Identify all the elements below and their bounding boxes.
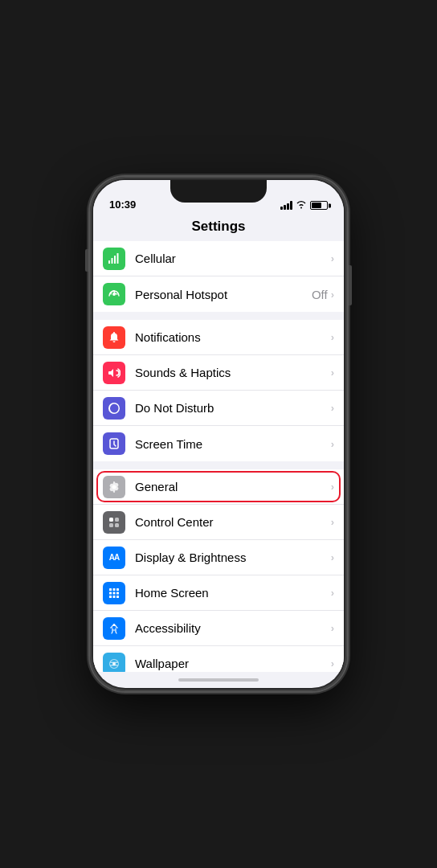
display-chevron: › [331, 551, 334, 563]
sidebar-item-home-screen[interactable]: Home Screen › [93, 575, 344, 611]
screentime-chevron: › [331, 438, 334, 450]
signal-icon [280, 201, 292, 210]
svg-rect-11 [109, 588, 112, 591]
homescreen-label: Home Screen [135, 586, 331, 600]
hotspot-chevron: › [331, 289, 334, 301]
page-title: Settings [191, 219, 245, 234]
svg-rect-10 [115, 523, 119, 527]
svg-rect-18 [113, 596, 116, 598]
general-chevron: › [331, 481, 334, 493]
sidebar-item-display[interactable]: AA Display & Brightness › [93, 540, 344, 575]
svg-rect-1 [112, 258, 113, 264]
accessibility-icon [103, 617, 125, 640]
sidebar-item-sounds[interactable]: Sounds & Haptics › [93, 355, 344, 391]
home-indicator [178, 678, 259, 682]
battery-fill [312, 203, 321, 208]
wallpaper-chevron: › [331, 657, 334, 669]
wallpaper-label: Wallpaper [135, 657, 331, 670]
hotspot-value: Off [312, 288, 328, 301]
screentime-icon [103, 432, 125, 455]
notch [170, 180, 267, 203]
sidebar-item-dnd[interactable]: Do Not Disturb › [93, 391, 344, 426]
homescreen-icon [103, 582, 125, 604]
dnd-chevron: › [331, 402, 334, 414]
notifications-chevron: › [331, 331, 334, 343]
svg-rect-16 [116, 592, 119, 594]
svg-rect-14 [109, 592, 112, 594]
notifications-icon [103, 326, 125, 349]
svg-rect-13 [116, 588, 119, 591]
svg-rect-7 [109, 518, 113, 522]
display-icon: AA [103, 547, 125, 569]
hotspot-icon [103, 283, 125, 305]
status-bar: 10:39 [93, 180, 344, 215]
sidebar-item-general[interactable]: General › [93, 469, 344, 505]
hotspot-label: Personal Hotspot [135, 288, 312, 301]
cellular-chevron: › [331, 252, 334, 264]
general-icon [103, 476, 125, 498]
home-bar [93, 672, 344, 688]
sidebar-item-cellular[interactable]: Cellular › [93, 241, 344, 276]
accessibility-chevron: › [331, 622, 334, 634]
svg-rect-17 [109, 596, 112, 598]
notifications-label: Notifications [135, 330, 331, 344]
group-general: General › Control Center › [93, 469, 344, 672]
svg-rect-8 [115, 518, 119, 522]
sidebar-item-screen-time[interactable]: Screen Time › [93, 426, 344, 461]
phone-frame: 10:39 [90, 177, 347, 691]
svg-rect-12 [113, 588, 116, 591]
sidebar-item-wallpaper[interactable]: Wallpaper › [93, 646, 344, 672]
svg-rect-9 [109, 523, 113, 527]
dnd-label: Do Not Disturb [135, 401, 331, 415]
sidebar-item-accessibility[interactable]: Accessibility › [93, 611, 344, 646]
display-label: Display & Brightness [135, 551, 331, 564]
phone-screen: 10:39 [93, 180, 344, 688]
dnd-icon [103, 397, 125, 420]
accessibility-label: Accessibility [135, 621, 331, 635]
sounds-label: Sounds & Haptics [135, 366, 331, 379]
status-time: 10:39 [109, 199, 136, 211]
homescreen-chevron: › [331, 587, 334, 599]
svg-rect-19 [116, 596, 119, 598]
svg-rect-3 [117, 253, 119, 264]
general-label: General [135, 480, 331, 493]
screentime-label: Screen Time [135, 437, 331, 451]
settings-scroll-area[interactable]: Cellular › Personal Hotspot O [93, 241, 344, 672]
control-center-chevron: › [331, 516, 334, 528]
status-icons [280, 200, 328, 211]
battery-icon [310, 201, 328, 210]
sidebar-item-control-center[interactable]: Control Center › [93, 505, 344, 540]
sounds-chevron: › [331, 366, 334, 379]
control-center-icon [103, 511, 125, 534]
sidebar-item-notifications[interactable]: Notifications › [93, 320, 344, 355]
svg-rect-15 [113, 592, 116, 594]
svg-rect-2 [114, 256, 116, 264]
cellular-icon [103, 248, 125, 270]
group-notifications: Notifications › Sounds & Haptics › [93, 320, 344, 461]
sidebar-item-personal-hotspot[interactable]: Personal Hotspot Off › [93, 276, 344, 312]
svg-rect-0 [108, 260, 110, 264]
svg-point-23 [112, 662, 116, 665]
wallpaper-icon [103, 653, 125, 673]
wifi-icon [296, 200, 307, 211]
control-center-label: Control Center [135, 515, 331, 529]
cellular-label: Cellular [135, 252, 331, 265]
group-cellular: Cellular › Personal Hotspot O [93, 241, 344, 312]
nav-title: Settings [93, 215, 344, 241]
sounds-icon [103, 362, 125, 384]
